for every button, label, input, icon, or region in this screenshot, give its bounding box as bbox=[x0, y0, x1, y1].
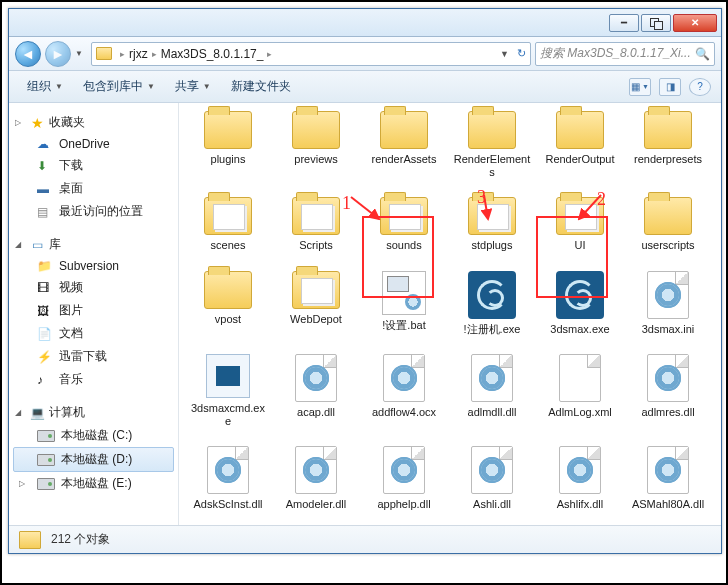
toolbar: 组织▼ 包含到库中▼ 共享▼ 新建文件夹 ▦▼ ◨ ? bbox=[9, 71, 721, 103]
file-label: addflow4.ocx bbox=[372, 406, 436, 419]
sidebar-item-recent[interactable]: ▤最近访问的位置 bbox=[13, 200, 174, 223]
sidebar: ▷★收藏夹 ☁OneDrive ⬇下载 ▬桌面 ▤最近访问的位置 ◢▭库 📁Su… bbox=[9, 103, 179, 525]
sidebar-computer[interactable]: ◢💻计算机 bbox=[13, 401, 174, 424]
minimize-button[interactable] bbox=[609, 14, 639, 32]
file-label: Amodeler.dll bbox=[286, 498, 347, 511]
file-label: acap.dll bbox=[297, 406, 335, 419]
folder-icon bbox=[19, 531, 41, 549]
view-button[interactable]: ▦▼ bbox=[629, 78, 651, 96]
file-item[interactable]: Ashli.dll bbox=[451, 442, 533, 515]
sidebar-item-onedrive[interactable]: ☁OneDrive bbox=[13, 134, 174, 154]
file-label: renderAssets bbox=[372, 153, 437, 166]
file-item[interactable]: apphelp.dll bbox=[363, 442, 445, 515]
file-label: adlmres.dll bbox=[641, 406, 694, 419]
file-label: RenderOutput bbox=[545, 153, 614, 166]
search-input[interactable]: 搜索 Max3DS_8.0.1.17_Xi... 🔍 bbox=[535, 42, 715, 66]
sidebar-item-pictures[interactable]: 🖼图片 bbox=[13, 299, 174, 322]
file-item[interactable]: Amodeler.dll bbox=[275, 442, 357, 515]
file-item[interactable]: AdlmLog.xml bbox=[539, 350, 621, 432]
file-label: !设置.bat bbox=[382, 319, 425, 332]
preview-pane-button[interactable]: ◨ bbox=[659, 78, 681, 96]
file-item[interactable]: !注册机.exe bbox=[451, 267, 533, 340]
new-folder-button[interactable]: 新建文件夹 bbox=[223, 74, 299, 99]
file-item[interactable]: 3dsmax.exe bbox=[539, 267, 621, 340]
file-label: apphelp.dll bbox=[377, 498, 430, 511]
sidebar-item-videos[interactable]: 🎞视频 bbox=[13, 276, 174, 299]
share-menu[interactable]: 共享▼ bbox=[167, 74, 219, 99]
file-item[interactable]: !设置.bat bbox=[363, 267, 445, 340]
close-button[interactable] bbox=[673, 14, 717, 32]
file-item[interactable]: addflow4.ocx bbox=[363, 350, 445, 432]
sidebar-item-drive-c[interactable]: 本地磁盘 (C:) bbox=[13, 424, 174, 447]
help-button[interactable]: ? bbox=[689, 78, 711, 96]
back-button[interactable]: ◄ bbox=[15, 41, 41, 67]
file-label: WebDepot bbox=[290, 313, 342, 326]
file-item[interactable]: RenderElements bbox=[451, 107, 533, 183]
sidebar-item-music[interactable]: ♪音乐 bbox=[13, 368, 174, 391]
file-item[interactable]: Scripts bbox=[275, 193, 357, 256]
file-label: Scripts bbox=[299, 239, 333, 252]
maximize-button[interactable] bbox=[641, 14, 671, 32]
sidebar-item-downloads[interactable]: ⬇下载 bbox=[13, 154, 174, 177]
sidebar-favorites[interactable]: ▷★收藏夹 bbox=[13, 111, 174, 134]
file-item[interactable]: AdskScInst.dll bbox=[187, 442, 269, 515]
address-bar[interactable]: ▸ rjxz ▸ Max3DS_8.0.1.17_ ▸ ▼ ↻ bbox=[91, 42, 531, 66]
file-item[interactable]: 3dsmaxcmd.exe bbox=[187, 350, 269, 432]
file-label: AdlmLog.xml bbox=[548, 406, 612, 419]
file-item[interactable]: renderpresets bbox=[627, 107, 709, 183]
sidebar-item-subversion[interactable]: 📁Subversion bbox=[13, 256, 174, 276]
file-item[interactable]: ASMahl80A.dll bbox=[627, 442, 709, 515]
history-dropdown[interactable]: ▼ bbox=[75, 49, 87, 58]
file-item[interactable]: userscripts bbox=[627, 193, 709, 256]
file-label: !注册机.exe bbox=[464, 323, 521, 336]
sidebar-libraries[interactable]: ◢▭库 bbox=[13, 233, 174, 256]
status-count: 212 个对象 bbox=[51, 531, 110, 548]
file-label: vpost bbox=[215, 313, 241, 326]
file-item[interactable]: adlmdll.dll bbox=[451, 350, 533, 432]
file-item[interactable]: vpost bbox=[187, 267, 269, 340]
file-label: renderpresets bbox=[634, 153, 702, 166]
forward-button[interactable]: ► bbox=[45, 41, 71, 67]
file-pane[interactable]: pluginspreviewsrenderAssetsRenderElement… bbox=[179, 103, 721, 525]
search-icon: 🔍 bbox=[695, 47, 710, 61]
include-menu[interactable]: 包含到库中▼ bbox=[75, 74, 163, 99]
organize-menu[interactable]: 组织▼ bbox=[19, 74, 71, 99]
sidebar-item-drive-d[interactable]: 本地磁盘 (D:) bbox=[13, 447, 174, 472]
sidebar-item-drive-e[interactable]: ▷本地磁盘 (E:) bbox=[13, 472, 174, 495]
file-label: stdplugs bbox=[472, 239, 513, 252]
file-item[interactable]: Ashlifx.dll bbox=[539, 442, 621, 515]
explorer-window: ◄ ► ▼ ▸ rjxz ▸ Max3DS_8.0.1.17_ ▸ ▼ ↻ 搜索… bbox=[8, 8, 722, 554]
file-item[interactable]: sounds bbox=[363, 193, 445, 256]
breadcrumb[interactable]: rjxz bbox=[129, 47, 148, 61]
file-item[interactable]: previews bbox=[275, 107, 357, 183]
file-label: 3dsmax.exe bbox=[550, 323, 609, 336]
folder-icon bbox=[96, 47, 112, 60]
file-item[interactable]: adlmres.dll bbox=[627, 350, 709, 432]
file-item[interactable]: RenderOutput bbox=[539, 107, 621, 183]
sidebar-item-thunder[interactable]: ⚡迅雷下载 bbox=[13, 345, 174, 368]
file-item[interactable]: WebDepot bbox=[275, 267, 357, 340]
sidebar-item-documents[interactable]: 📄文档 bbox=[13, 322, 174, 345]
file-item[interactable]: UI bbox=[539, 193, 621, 256]
file-item[interactable]: acap.dll bbox=[275, 350, 357, 432]
file-label: 3dsmax.ini bbox=[642, 323, 695, 336]
navbar: ◄ ► ▼ ▸ rjxz ▸ Max3DS_8.0.1.17_ ▸ ▼ ↻ 搜索… bbox=[9, 37, 721, 71]
file-item[interactable]: renderAssets bbox=[363, 107, 445, 183]
file-label: sounds bbox=[386, 239, 421, 252]
file-label: Ashli.dll bbox=[473, 498, 511, 511]
file-label: AdskScInst.dll bbox=[193, 498, 262, 511]
statusbar: 212 个对象 bbox=[9, 525, 721, 553]
sidebar-item-desktop[interactable]: ▬桌面 bbox=[13, 177, 174, 200]
file-item[interactable]: stdplugs bbox=[451, 193, 533, 256]
file-label: adlmdll.dll bbox=[468, 406, 517, 419]
address-dropdown[interactable]: ▼ bbox=[496, 49, 513, 59]
file-label: plugins bbox=[211, 153, 246, 166]
titlebar bbox=[9, 9, 721, 37]
file-label: RenderElements bbox=[453, 153, 531, 179]
file-label: userscripts bbox=[641, 239, 694, 252]
file-item[interactable]: plugins bbox=[187, 107, 269, 183]
breadcrumb[interactable]: Max3DS_8.0.1.17_ bbox=[161, 47, 264, 61]
refresh-button[interactable]: ↻ bbox=[517, 47, 526, 60]
file-item[interactable]: scenes bbox=[187, 193, 269, 256]
file-item[interactable]: 3dsmax.ini bbox=[627, 267, 709, 340]
